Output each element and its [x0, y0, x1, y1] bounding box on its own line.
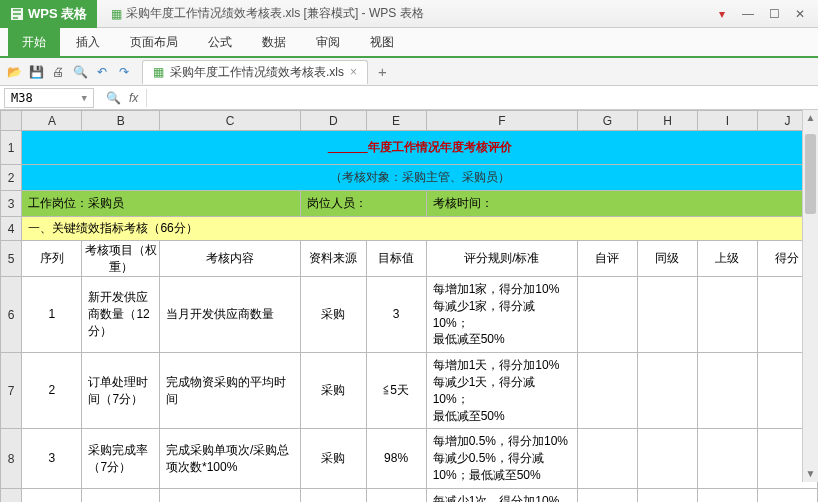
cell-rule[interactable]: 每减少1次，得分加10%每增加1次，得分减10%；最低减至50% — [426, 488, 577, 502]
tab-view[interactable]: 视图 — [356, 28, 408, 56]
maximize-button[interactable]: ☐ — [762, 4, 786, 24]
table-header-target[interactable]: 目标值 — [366, 241, 426, 277]
table-header-source[interactable]: 资料来源 — [301, 241, 366, 277]
undo-icon[interactable]: ↶ — [94, 64, 110, 80]
cell-seq[interactable]: 2 — [22, 353, 82, 429]
cell-source[interactable]: 采购 — [301, 277, 366, 353]
row-header[interactable]: 7 — [1, 353, 22, 429]
col-header[interactable]: E — [366, 111, 426, 131]
dropdown-icon[interactable]: ▾ — [710, 4, 734, 24]
table-header-content[interactable]: 考核内容 — [160, 241, 301, 277]
redo-icon[interactable]: ↷ — [116, 64, 132, 80]
cell-item[interactable]: 采购完成率（7分） — [82, 429, 160, 488]
close-button[interactable]: ✕ — [788, 4, 812, 24]
cell-target[interactable]: ≦5天 — [366, 353, 426, 429]
minimize-button[interactable]: — — [736, 4, 760, 24]
cell-sup[interactable] — [697, 277, 757, 353]
row-header[interactable]: 9 — [1, 488, 22, 502]
name-box[interactable]: M38 ▼ — [4, 88, 94, 108]
cell-time[interactable]: 考核时间： — [426, 191, 817, 217]
cell-source[interactable]: 采购 — [301, 429, 366, 488]
table-header-item[interactable]: 考核项目（权重） — [82, 241, 160, 277]
table-header-sup[interactable]: 上级 — [697, 241, 757, 277]
cell-self[interactable] — [577, 353, 637, 429]
row-header[interactable]: 2 — [1, 165, 22, 191]
tab-data[interactable]: 数据 — [248, 28, 300, 56]
spreadsheet-grid[interactable]: ABCDEFGHIJ1 年度工作情况年度考核评价2（考核对象：采购主管、采购员）… — [0, 110, 818, 482]
cell-peer[interactable] — [637, 429, 697, 488]
cell-source[interactable]: PPC-计划 — [301, 488, 366, 502]
cell-seq[interactable]: 1 — [22, 277, 82, 353]
formula-input[interactable] — [146, 89, 810, 107]
cell-source[interactable]: 采购 — [301, 353, 366, 429]
row-header[interactable]: 4 — [1, 217, 22, 241]
print-icon[interactable]: 🖨 — [50, 64, 66, 80]
cell-seq[interactable]: 3 — [22, 429, 82, 488]
tab-formula[interactable]: 公式 — [194, 28, 246, 56]
namebox-dropdown-icon[interactable]: ▼ — [82, 93, 87, 103]
col-header[interactable]: I — [697, 111, 757, 131]
row-header[interactable]: 5 — [1, 241, 22, 277]
row-header[interactable]: 3 — [1, 191, 22, 217]
cell-item[interactable]: 采购出错频次（10分） — [82, 488, 160, 502]
col-header[interactable]: A — [22, 111, 82, 131]
cell-person[interactable]: 岗位人员： — [301, 191, 426, 217]
scroll-down-icon[interactable]: ▼ — [803, 466, 818, 482]
col-header[interactable]: F — [426, 111, 577, 131]
cell-self[interactable] — [577, 277, 637, 353]
cell-seq[interactable]: 4 — [22, 488, 82, 502]
table-header-peer[interactable]: 同级 — [637, 241, 697, 277]
tab-start[interactable]: 开始 — [8, 28, 60, 56]
row-header[interactable]: 6 — [1, 277, 22, 353]
cell-content[interactable]: 完成物资采购的平均时间 — [160, 353, 301, 429]
col-header[interactable]: H — [637, 111, 697, 131]
doc-tab[interactable]: ▦ 采购年度工作情况绩效考核表.xls × — [142, 60, 368, 84]
cell-peer[interactable] — [637, 277, 697, 353]
preview-icon[interactable]: 🔍 — [72, 64, 88, 80]
cell-target[interactable]: ≦3次 — [366, 488, 426, 502]
cell-sup[interactable] — [697, 353, 757, 429]
col-header[interactable]: G — [577, 111, 637, 131]
fx-label[interactable]: fx — [129, 91, 138, 105]
cell-content[interactable]: 完成采购单项次/采购总项次数*100% — [160, 429, 301, 488]
table-header-seq[interactable]: 序列 — [22, 241, 82, 277]
vertical-scrollbar[interactable]: ▲ ▼ — [802, 110, 818, 482]
row-header[interactable]: 8 — [1, 429, 22, 488]
cell-content[interactable]: 错误采购次数 — [160, 488, 301, 502]
sheet-subtitle[interactable]: （考核对象：采购主管、采购员） — [22, 165, 818, 191]
cell-item[interactable]: 订单处理时间（7分） — [82, 353, 160, 429]
col-header[interactable]: B — [82, 111, 160, 131]
tab-layout[interactable]: 页面布局 — [116, 28, 192, 56]
section-header[interactable]: 一、关键绩效指标考核（66分） — [22, 217, 818, 241]
table-header-self[interactable]: 自评 — [577, 241, 637, 277]
cell-score[interactable] — [757, 488, 817, 502]
col-header[interactable]: C — [160, 111, 301, 131]
cell-sup[interactable] — [697, 429, 757, 488]
scroll-up-icon[interactable]: ▲ — [803, 110, 818, 126]
cell-post[interactable]: 工作岗位：采购员 — [22, 191, 301, 217]
new-doc-button[interactable]: + — [378, 63, 387, 80]
open-icon[interactable]: 📂 — [6, 64, 22, 80]
cell-rule[interactable]: 每增加1天，得分加10%每减少1天，得分减10%；最低减至50% — [426, 353, 577, 429]
search-icon[interactable]: 🔍 — [106, 91, 121, 105]
cell-item[interactable]: 新开发供应商数量（12分） — [82, 277, 160, 353]
tab-review[interactable]: 审阅 — [302, 28, 354, 56]
cell-target[interactable]: 3 — [366, 277, 426, 353]
cell-rule[interactable]: 每增加0.5%，得分加10%每减少0.5%，得分减10%；最低减至50% — [426, 429, 577, 488]
cell-content[interactable]: 当月开发供应商数量 — [160, 277, 301, 353]
sheet-title[interactable]: 年度工作情况年度考核评价 — [22, 131, 818, 165]
table-header-rule[interactable]: 评分规则/标准 — [426, 241, 577, 277]
select-all-corner[interactable] — [1, 111, 22, 131]
cell-self[interactable] — [577, 488, 637, 502]
cell-target[interactable]: 98% — [366, 429, 426, 488]
save-icon[interactable]: 💾 — [28, 64, 44, 80]
cell-self[interactable] — [577, 429, 637, 488]
cell-peer[interactable] — [637, 488, 697, 502]
cell-rule[interactable]: 每增加1家，得分加10%每减少1家，得分减10%；最低减至50% — [426, 277, 577, 353]
cell-peer[interactable] — [637, 353, 697, 429]
scroll-thumb[interactable] — [805, 134, 816, 214]
close-doc-icon[interactable]: × — [350, 65, 357, 79]
row-header[interactable]: 1 — [1, 131, 22, 165]
tab-insert[interactable]: 插入 — [62, 28, 114, 56]
cell-sup[interactable] — [697, 488, 757, 502]
